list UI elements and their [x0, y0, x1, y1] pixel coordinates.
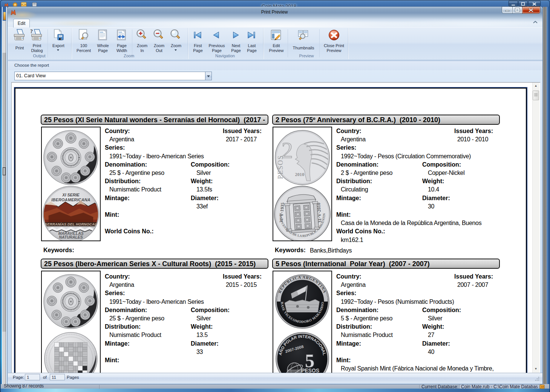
svg-text:?: ?	[30, 29, 33, 34]
svg-text:XI SERIE: XI SERIE	[62, 193, 80, 197]
svg-text:2010: 2010	[295, 172, 304, 177]
svg-text:IBEROAMERICANA: IBEROAMERICANA	[51, 198, 90, 202]
svg-text:SERRANÍAS DEL HORNOCAL: SERRANÍAS DEL HORNOCAL	[45, 222, 97, 226]
svg-text:MARAVILLAS: MARAVILLAS	[58, 231, 83, 236]
svg-text:PESOS: PESOS	[276, 155, 284, 179]
svg-text:NATURALES: NATURALES	[59, 235, 83, 239]
